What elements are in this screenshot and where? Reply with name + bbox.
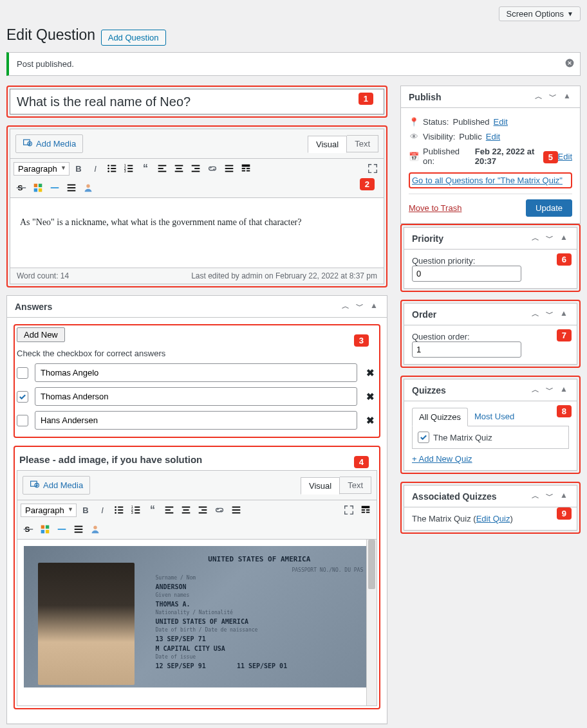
italic-icon[interactable]: I — [95, 502, 110, 518]
visual-tab[interactable]: Visual — [308, 136, 347, 153]
tab-all-quizzes[interactable]: All Quizzes — [412, 408, 468, 426]
panel-up-icon[interactable]: ︿ — [534, 91, 544, 102]
align-center-icon[interactable] — [171, 161, 187, 176]
add-media-button-solution[interactable]: Add Media — [23, 476, 90, 495]
panel-up-icon[interactable]: ︿ — [530, 491, 541, 502]
title-input[interactable] — [10, 89, 384, 114]
panel-down-icon[interactable]: ﹀ — [355, 301, 365, 312]
align-left-icon[interactable] — [162, 502, 177, 518]
strikethrough-icon[interactable]: S — [14, 180, 29, 196]
quiz-item[interactable]: The Matrix Quiz — [418, 432, 563, 443]
italic-icon[interactable]: I — [88, 161, 103, 176]
answer-input[interactable] — [35, 387, 357, 406]
align-center-icon[interactable] — [178, 502, 194, 518]
edit-status-link[interactable]: Edit — [494, 117, 508, 127]
panel-up-icon[interactable]: ︿ — [340, 301, 351, 312]
bullet-list-icon[interactable] — [104, 161, 120, 176]
dismiss-icon[interactable] — [564, 58, 575, 71]
annotation-4: 4 — [354, 456, 369, 468]
table-icon[interactable] — [37, 522, 53, 537]
edit-visibility-link[interactable]: Edit — [486, 132, 500, 141]
readmore-icon[interactable] — [221, 161, 237, 176]
text-tab[interactable]: Text — [347, 135, 378, 152]
toc-icon[interactable] — [64, 180, 79, 196]
link-icon[interactable] — [205, 161, 220, 176]
number-list-icon[interactable]: 123 — [128, 502, 144, 518]
paragraph-select[interactable]: Paragraph — [21, 504, 77, 517]
fullscreen-icon[interactable] — [365, 161, 380, 176]
bold-icon[interactable]: B — [78, 502, 93, 518]
order-input[interactable] — [412, 341, 521, 358]
align-right-icon[interactable] — [195, 502, 210, 518]
panel-up-icon[interactable]: ︿ — [530, 233, 541, 244]
editor-content[interactable]: As "Neo" is a nickname, what what is the… — [10, 197, 384, 268]
screen-options-button[interactable]: Screen Options ▼ — [499, 6, 581, 21]
answer-checkbox[interactable] — [17, 415, 28, 426]
answer-checkbox[interactable] — [17, 391, 28, 403]
svg-rect-73 — [366, 512, 369, 513]
quote-icon[interactable]: “ — [145, 502, 160, 518]
toolbar-toggle-icon[interactable] — [358, 502, 373, 518]
priority-input[interactable] — [412, 266, 521, 282]
add-question-button[interactable]: Add Question — [101, 30, 166, 46]
edit-date-link[interactable]: Edit — [558, 152, 572, 161]
scrollbar[interactable] — [366, 540, 377, 705]
panel-toggle-icon[interactable]: ▲ — [562, 91, 572, 102]
edit-quiz-link[interactable]: Edit Quiz — [476, 514, 510, 523]
readmore-icon[interactable] — [228, 502, 244, 518]
panel-down-icon[interactable]: ﹀ — [545, 309, 555, 320]
hr-icon[interactable] — [47, 180, 62, 196]
associated-metabox: Associated Quizzes ︿ ﹀ ▲ The Matrix Quiz… — [404, 485, 577, 531]
svg-rect-38 — [51, 187, 59, 188]
panel-toggle-icon[interactable]: ▲ — [559, 491, 569, 502]
word-count: Word count: 14 — [17, 271, 69, 280]
add-answer-button[interactable]: Add New — [17, 327, 65, 342]
panel-toggle-icon[interactable]: ▲ — [369, 301, 379, 312]
svg-rect-17 — [158, 171, 167, 172]
align-left-icon[interactable] — [154, 161, 170, 176]
number-list-icon[interactable]: 123 — [121, 161, 136, 176]
goto-questions-link[interactable]: Go to all Questions for "The Matrix Quiz… — [412, 176, 563, 185]
toolbar-toggle-icon[interactable] — [238, 161, 254, 176]
delete-icon[interactable]: ✖ — [364, 415, 377, 426]
paragraph-select[interactable]: Paragraph — [14, 162, 70, 176]
panel-down-icon[interactable]: ﹀ — [545, 491, 555, 502]
panel-down-icon[interactable]: ﹀ — [548, 91, 558, 102]
text-tab[interactable]: Text — [340, 477, 371, 494]
answer-row: ✖ — [17, 411, 377, 430]
panel-up-icon[interactable]: ︿ — [530, 309, 541, 320]
answer-input[interactable] — [35, 411, 357, 430]
toc-icon[interactable] — [71, 522, 86, 537]
link-icon[interactable] — [212, 502, 227, 518]
quiz-checkbox[interactable] — [418, 432, 429, 443]
visual-tab[interactable]: Visual — [301, 477, 340, 495]
align-right-icon[interactable] — [188, 161, 203, 176]
tab-most-used[interactable]: Most Used — [468, 408, 521, 426]
move-to-trash-link[interactable]: Move to Trash — [409, 203, 461, 213]
fullscreen-icon[interactable] — [341, 502, 357, 518]
quote-icon[interactable]: “ — [138, 161, 153, 176]
add-new-quiz-link[interactable]: + Add New Quiz — [412, 454, 472, 464]
add-media-button[interactable]: Add Media — [15, 134, 83, 153]
panel-toggle-icon[interactable]: ▲ — [559, 233, 569, 244]
panel-toggle-icon[interactable]: ▲ — [559, 309, 569, 320]
panel-toggle-icon[interactable]: ▲ — [559, 385, 569, 396]
strikethrough-icon[interactable]: S — [21, 522, 36, 537]
solution-editor-content[interactable]: UNITED STATES OF AMERICA PASSPORT NO./NO… — [17, 539, 377, 706]
delete-icon[interactable]: ✖ — [364, 391, 377, 403]
hr-icon[interactable] — [54, 522, 70, 537]
bold-icon[interactable]: B — [71, 161, 86, 176]
user-icon[interactable] — [80, 180, 96, 196]
answer-checkbox[interactable] — [17, 367, 28, 379]
user-icon[interactable] — [88, 522, 103, 537]
panel-up-icon[interactable]: ︿ — [530, 385, 541, 396]
priority-label: Question priority: — [412, 256, 569, 266]
answer-input[interactable] — [35, 363, 357, 382]
panel-down-icon[interactable]: ﹀ — [545, 385, 555, 396]
delete-icon[interactable]: ✖ — [364, 367, 377, 379]
bullet-list-icon[interactable] — [111, 502, 127, 518]
panel-down-icon[interactable]: ﹀ — [545, 233, 555, 244]
svg-rect-35 — [39, 184, 42, 187]
table-icon[interactable] — [30, 180, 46, 196]
update-button[interactable]: Update — [526, 199, 572, 217]
